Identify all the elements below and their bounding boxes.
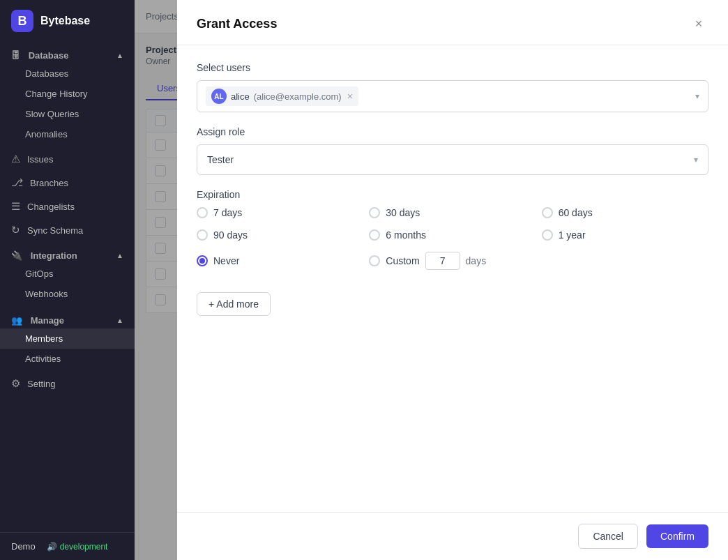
avatar: AL [211, 89, 227, 104]
sidebar-item-webhooks[interactable]: Webhooks [0, 284, 135, 304]
radio-30days-input[interactable] [369, 207, 380, 218]
manage-group[interactable]: 👥 Manage ▲ [0, 310, 135, 328]
app-logo[interactable]: B Bytebase [0, 0, 135, 42]
integration-label: 🔌 Integration [11, 250, 77, 261]
cancel-button[interactable]: Cancel [578, 524, 638, 549]
radio-60days-input[interactable] [542, 207, 553, 218]
add-more-button[interactable]: + Add more [197, 292, 271, 316]
dev-label: 🔊 development [47, 542, 108, 552]
database-section: 🗄 Database ▲ Databases Change History Sl… [0, 42, 135, 147]
radio-custom[interactable]: Custom days [369, 252, 536, 270]
radio-grid: 7 days 30 days 60 days 90 days [197, 207, 708, 270]
integration-group[interactable]: 🔌 Integration ▲ [0, 245, 135, 264]
radio-30days-label: 30 days [386, 207, 420, 218]
grant-access-modal: Grant Access × Select users AL alice (al… [177, 0, 728, 560]
radio-7days[interactable]: 7 days [197, 207, 363, 218]
expiration-label: Expiration [197, 189, 708, 200]
assign-role-label: Assign role [197, 126, 708, 137]
custom-days-unit: days [466, 255, 487, 266]
issues-icon: ⚠ [11, 153, 20, 165]
radio-90days[interactable]: 90 days [197, 229, 363, 241]
sync-icon: ↻ [11, 224, 20, 236]
radio-30days[interactable]: 30 days [369, 207, 536, 218]
modal-title: Grant Access [197, 17, 277, 31]
sidebar-item-change-history[interactable]: Change History [0, 84, 135, 104]
radio-60days[interactable]: 60 days [542, 207, 708, 218]
setting-icon: ⚙ [11, 377, 20, 390]
modal-close-button[interactable]: × [689, 14, 708, 33]
role-select-box[interactable]: Tester ▾ [197, 144, 708, 175]
sidebar-item-branches[interactable]: ⎇ Branches [0, 171, 135, 195]
database-label: 🗄 Database [11, 50, 68, 61]
role-select-chevron: ▾ [694, 155, 698, 165]
user-email: (alice@example.com) [254, 91, 342, 102]
sidebar-item-gitops[interactable]: GitOps [0, 264, 135, 284]
user-select-chevron: ▾ [695, 91, 699, 101]
modal-footer: Cancel Confirm [177, 512, 728, 560]
modal-body: Select users AL alice (alice@example.com… [177, 45, 728, 512]
select-users-label: Select users [197, 62, 708, 73]
sidebar-item-activities[interactable]: Activities [0, 349, 135, 369]
radio-never-input[interactable] [197, 255, 208, 266]
sidebar-item-members[interactable]: Members [0, 328, 135, 349]
sidebar-item-sync-schema[interactable]: ↻ Sync Schema [0, 218, 135, 242]
sidebar-item-issues[interactable]: ⚠ Issues [0, 147, 135, 171]
sidebar-item-setting[interactable]: ⚙ Setting [0, 372, 135, 395]
sidebar-item-slow-queries[interactable]: Slow Queries [0, 104, 135, 124]
radio-1year-label: 1 year [559, 229, 586, 241]
role-value: Tester [207, 154, 234, 165]
radio-60days-label: 60 days [559, 207, 593, 218]
integration-section: 🔌 Integration ▲ GitOps Webhooks [0, 242, 135, 307]
manage-chevron: ▲ [116, 317, 123, 324]
radio-never-label: Never [213, 255, 239, 266]
radio-1year-input[interactable] [542, 229, 553, 241]
database-group[interactable]: 🗄 Database ▲ [0, 45, 135, 63]
logo-icon: B [11, 10, 33, 32]
radio-1year[interactable]: 1 year [542, 229, 708, 241]
remove-user-button[interactable]: × [347, 91, 353, 102]
radio-6months[interactable]: 6 months [369, 229, 536, 241]
sidebar-item-anomalies[interactable]: Anomalies [0, 124, 135, 144]
custom-days-input[interactable] [425, 252, 460, 270]
app-name: Bytebase [40, 15, 90, 27]
sidebar: B Bytebase 🗄 Database ▲ Databases Change… [0, 0, 135, 560]
expiration-section: Expiration 7 days 30 days 60 days [197, 189, 708, 270]
main-content: Projects > ... Project Owner 🔍 Search...… [135, 0, 728, 560]
dev-icon: 🔊 [47, 542, 57, 552]
modal-header: Grant Access × [177, 0, 728, 45]
radio-7days-label: 7 days [213, 207, 242, 218]
radio-90days-label: 90 days [213, 229, 248, 241]
radio-custom-label: Custom [386, 255, 419, 266]
confirm-button[interactable]: Confirm [646, 524, 708, 548]
integration-chevron: ▲ [116, 252, 123, 259]
radio-6months-label: 6 months [386, 229, 426, 241]
radio-6months-input[interactable] [369, 229, 380, 241]
radio-custom-input[interactable] [369, 255, 380, 266]
branches-icon: ⎇ [11, 176, 23, 189]
radio-7days-input[interactable] [197, 207, 208, 218]
user-select-box[interactable]: AL alice (alice@example.com) × ▾ [197, 80, 708, 112]
user-name: alice [231, 91, 250, 102]
radio-never[interactable]: Never [197, 252, 363, 270]
changelists-icon: ☰ [11, 200, 20, 213]
database-chevron: ▲ [116, 52, 123, 59]
manage-label: 👥 Manage [11, 315, 64, 326]
user-tag: AL alice (alice@example.com) × [206, 86, 358, 106]
manage-section: 👥 Manage ▲ Members Activities [0, 307, 135, 372]
sidebar-item-changelists[interactable]: ☰ Changelists [0, 195, 135, 218]
sidebar-footer: Demo 🔊 development [0, 532, 135, 560]
sidebar-item-databases[interactable]: Databases [0, 63, 135, 84]
radio-90days-input[interactable] [197, 229, 208, 241]
demo-label: Demo [11, 541, 36, 552]
